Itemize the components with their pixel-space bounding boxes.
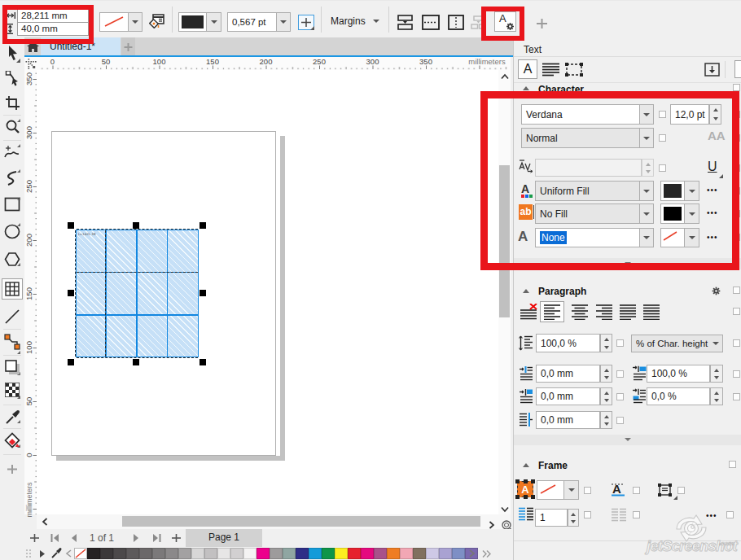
svg-text:200: 200 bbox=[260, 57, 273, 66]
svg-text:0: 0 bbox=[24, 453, 33, 457]
svg-text:100: 100 bbox=[153, 57, 166, 66]
svg-text:200: 200 bbox=[24, 234, 33, 247]
svg-text:A: A bbox=[612, 483, 621, 496]
svg-text:50: 50 bbox=[102, 57, 111, 66]
svg-text:150: 150 bbox=[24, 287, 33, 300]
svg-text:250: 250 bbox=[24, 180, 33, 193]
svg-text:millimeters: millimeters bbox=[25, 482, 33, 518]
svg-text:150: 150 bbox=[206, 57, 219, 66]
svg-text:0: 0 bbox=[50, 57, 55, 66]
svg-text:50: 50 bbox=[24, 397, 33, 406]
svg-text:millimeters: millimeters bbox=[468, 57, 506, 66]
svg-text:100: 100 bbox=[24, 341, 33, 354]
svg-text:300: 300 bbox=[366, 57, 379, 66]
svg-text:300: 300 bbox=[24, 126, 33, 139]
svg-text:250: 250 bbox=[313, 57, 326, 66]
svg-text:350: 350 bbox=[24, 72, 33, 85]
svg-text:350: 350 bbox=[419, 57, 432, 66]
